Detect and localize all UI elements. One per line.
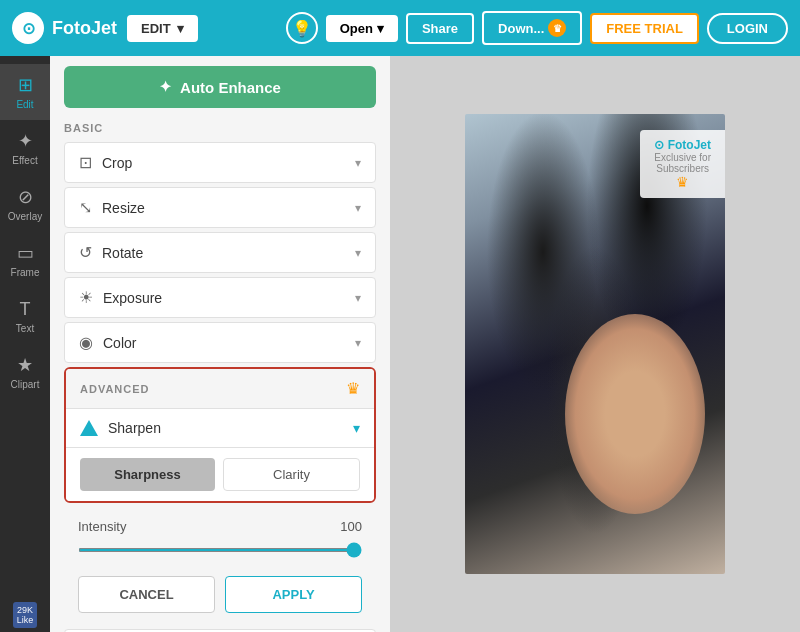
header-actions: 💡 Open ▾ Share Down... ♛ FREE TRIAL LOGI…	[286, 11, 788, 45]
resize-tool[interactable]: ⤡ Resize ▾	[64, 187, 376, 228]
sharpen-tool[interactable]: Sharpen ▾	[66, 408, 374, 447]
sidebar-left: ⊞ Edit ✦ Effect ⊘ Overlay ▭ Frame T Text…	[0, 56, 50, 632]
exposure-tool[interactable]: ☀ Exposure ▾	[64, 277, 376, 318]
intensity-slider[interactable]	[78, 548, 362, 552]
sparkle-icon: ✦	[159, 78, 172, 96]
sidebar-item-frame[interactable]: ▭ Frame	[0, 232, 50, 288]
sidebar-item-clipart[interactable]: ★ Clipart	[0, 344, 50, 400]
face-overlay	[565, 314, 705, 514]
color-label: Color	[103, 335, 136, 351]
rotate-label: Rotate	[102, 245, 143, 261]
like-count: 29K	[17, 605, 34, 615]
intensity-row: Intensity 100	[64, 511, 376, 568]
chevron-down-icon: ▾	[177, 21, 184, 36]
sidebar-footer: 29K Like	[0, 602, 50, 628]
advanced-label: ADVANCED	[80, 383, 150, 395]
sharpen-label: Sharpen	[108, 420, 161, 436]
sidebar-item-overlay[interactable]: ⊘ Overlay	[0, 176, 50, 232]
crown-icon: ♛	[346, 379, 360, 398]
edit-dropdown[interactable]: EDIT ▾	[127, 15, 198, 42]
sidebar-item-label: Effect	[12, 155, 37, 166]
watermark-crown: ♛	[654, 174, 711, 190]
photo-container: ⊙ FotoJet Exclusive for Subscribers ♛	[465, 114, 725, 574]
download-button[interactable]: Down... ♛	[482, 11, 582, 45]
watermark-line1: Exclusive for	[654, 152, 711, 163]
sidebar-item-label: Clipart	[11, 379, 40, 390]
main: ⊞ Edit ✦ Effect ⊘ Overlay ▭ Frame T Text…	[0, 56, 800, 632]
rotate-icon: ↺	[79, 243, 92, 262]
tools-panel: ✦ Auto Enhance BASIC ⊡ Crop ▾ ⤡ Resize ▾…	[50, 56, 390, 632]
free-trial-button[interactable]: FREE TRIAL	[590, 13, 699, 44]
logo-icon: ⊙	[12, 12, 44, 44]
watermark-logo: ⊙ FotoJet	[654, 138, 711, 152]
rotate-tool[interactable]: ↺ Rotate ▾	[64, 232, 376, 273]
sidebar-item-edit[interactable]: ⊞ Edit	[0, 64, 50, 120]
chevron-down-icon: ▾	[355, 201, 361, 215]
sidebar-item-label: Overlay	[8, 211, 42, 222]
edit-icon: ⊞	[18, 74, 33, 96]
like-label: Like	[17, 615, 34, 625]
sidebar-item-text[interactable]: T Text	[0, 288, 50, 344]
sharpness-tab[interactable]: Sharpness	[80, 458, 215, 491]
color-icon: ◉	[79, 333, 93, 352]
crop-tool[interactable]: ⊡ Crop ▾	[64, 142, 376, 183]
watermark: ⊙ FotoJet Exclusive for Subscribers ♛	[640, 130, 725, 198]
cancel-button[interactable]: CANCEL	[78, 576, 215, 613]
bulb-icon[interactable]: 💡	[286, 12, 318, 44]
auto-enhance-button[interactable]: ✦ Auto Enhance	[64, 66, 376, 108]
open-button[interactable]: Open ▾	[326, 15, 398, 42]
chevron-down-icon: ▾	[355, 246, 361, 260]
exposure-icon: ☀	[79, 288, 93, 307]
chevron-down-icon: ▾	[353, 420, 360, 436]
sidebar-item-label: Frame	[11, 267, 40, 278]
text-icon: T	[20, 299, 31, 320]
intensity-label: Intensity	[78, 519, 126, 534]
overlay-icon: ⊘	[18, 186, 33, 208]
crop-label: Crop	[102, 155, 132, 171]
sharpen-icon	[80, 419, 98, 437]
logo-text: FotoJet	[52, 18, 117, 39]
crown-badge: ♛	[548, 19, 566, 37]
color-tool[interactable]: ◉ Color ▾	[64, 322, 376, 363]
resize-label: Resize	[102, 200, 145, 216]
clarity-tab[interactable]: Clarity	[223, 458, 360, 491]
resize-icon: ⤡	[79, 198, 92, 217]
sidebar-item-effect[interactable]: ✦ Effect	[0, 120, 50, 176]
sidebar-item-label: Text	[16, 323, 34, 334]
logo-area: ⊙ FotoJet	[12, 12, 117, 44]
crop-icon: ⊡	[79, 153, 92, 172]
login-button[interactable]: LOGIN	[707, 13, 788, 44]
facebook-like[interactable]: 29K Like	[13, 602, 38, 628]
watermark-line2: Subscribers	[654, 163, 711, 174]
effect-icon: ✦	[18, 130, 33, 152]
sidebar-item-label: Edit	[16, 99, 33, 110]
apply-button[interactable]: APPLY	[225, 576, 362, 613]
chevron-down-icon: ▾	[355, 336, 361, 350]
clipart-icon: ★	[17, 354, 33, 376]
canvas-area: ⊙ FotoJet Exclusive for Subscribers ♛	[390, 56, 800, 632]
advanced-header: ADVANCED ♛	[66, 369, 374, 408]
advanced-section: ADVANCED ♛ Sharpen ▾ Sharpness Clarity	[64, 367, 376, 503]
chevron-down-icon: ▾	[355, 291, 361, 305]
basic-section-label: BASIC	[64, 122, 376, 134]
header: ⊙ FotoJet EDIT ▾ 💡 Open ▾ Share Down... …	[0, 0, 800, 56]
chevron-down-icon: ▾	[377, 21, 384, 36]
exposure-label: Exposure	[103, 290, 162, 306]
chevron-down-icon: ▾	[355, 156, 361, 170]
action-buttons: CANCEL APPLY	[64, 568, 376, 621]
intensity-value: 100	[340, 519, 362, 534]
sub-tabs: Sharpness Clarity	[66, 447, 374, 501]
frame-icon: ▭	[17, 242, 34, 264]
share-button[interactable]: Share	[406, 13, 474, 44]
